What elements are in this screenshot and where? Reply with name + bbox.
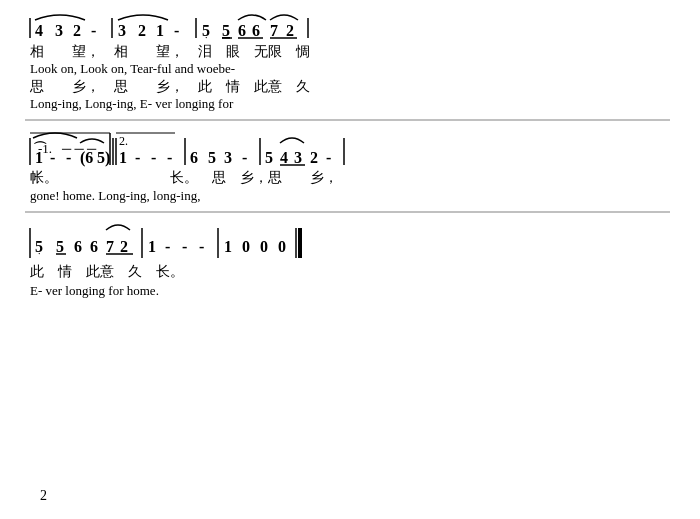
note: 7 <box>270 22 278 39</box>
lyrics-zh1-row2: 帐。 长。 思 乡，思 乡， <box>30 170 338 185</box>
lyrics-en1-row2: gone! home. Long-ing, long-ing, <box>30 188 200 203</box>
page-number: 2 <box>40 488 47 503</box>
lyrics-zh1-row3: 此 情 此意 久 长。 <box>30 264 184 279</box>
dot: · <box>205 32 208 43</box>
note: - <box>151 149 156 166</box>
note: 1 <box>156 22 164 39</box>
note: - <box>66 149 71 166</box>
note: - <box>50 149 55 166</box>
note: 1 <box>119 149 127 166</box>
lyrics-en2-row1: Long-ing, Long-ing, E- ver longing for <box>30 96 234 111</box>
note: 1 <box>35 149 43 166</box>
note: - <box>167 149 172 166</box>
note: - <box>199 238 204 255</box>
volta2-text: 2. <box>119 134 128 148</box>
note: 6 <box>190 149 198 166</box>
note: 2 <box>310 149 318 166</box>
note: 2 <box>138 22 146 39</box>
note: 1 <box>148 238 156 255</box>
note: 0 <box>260 238 268 255</box>
note: 4 <box>280 149 288 166</box>
note: 2 <box>120 238 128 255</box>
lyrics-zh2-row1: 思 乡， 思 乡， 此 情 此意 久 <box>29 79 310 94</box>
lyrics-en1-row1: Look on, Look on, Tear-ful and woebe- <box>30 61 235 76</box>
note: 5 <box>208 149 216 166</box>
note: - <box>174 22 179 39</box>
note: 5) <box>97 149 110 167</box>
note: 3 <box>118 22 126 39</box>
note: - <box>91 22 96 39</box>
note: 6 <box>90 238 98 255</box>
note: 6 <box>74 238 82 255</box>
note: 5 <box>56 238 64 255</box>
dot: · <box>38 248 41 259</box>
lyrics-en1-row3: E- ver longing for home. <box>30 283 159 298</box>
note: 3 <box>224 149 232 166</box>
note: - <box>135 149 140 166</box>
note: 2 <box>73 22 81 39</box>
note: 6 <box>252 22 260 39</box>
note: 7 <box>106 238 114 255</box>
note: 0 <box>242 238 250 255</box>
note: - <box>326 149 331 166</box>
sheet-music: 4 3 2 - 3 2 1 - 5 · 5 6 6 7 2 相 望， 相 望， … <box>0 0 700 519</box>
note: 6 <box>238 22 246 39</box>
note: 3 <box>55 22 63 39</box>
note: 3 <box>294 149 302 166</box>
note: - <box>182 238 187 255</box>
note: 0 <box>278 238 286 255</box>
note: 5 <box>222 22 230 39</box>
note: 1 <box>224 238 232 255</box>
note: - <box>242 149 247 166</box>
note: - <box>165 238 170 255</box>
note: 5 <box>265 149 273 166</box>
lyrics-zh1-row1: 相 望， 相 望， 泪 眼 无限 惆 <box>30 44 310 59</box>
note: (6 <box>80 149 93 167</box>
note: 4 <box>35 22 43 39</box>
note: 2 <box>286 22 294 39</box>
